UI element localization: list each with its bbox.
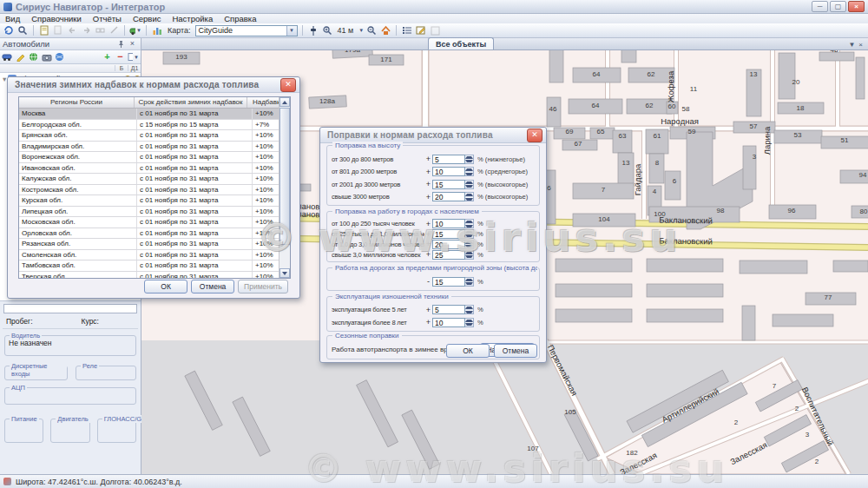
spinner-buttons[interactable] xyxy=(465,240,474,249)
correction-value-input[interactable]: 10 xyxy=(432,167,465,176)
spinner-buttons[interactable] xyxy=(465,305,474,314)
correction-value-input[interactable]: 15 xyxy=(432,229,465,239)
copy-icon[interactable] xyxy=(52,25,64,36)
spinner-buttons[interactable] xyxy=(465,277,474,287)
search-icon[interactable] xyxy=(16,25,29,36)
table-row[interactable]: Тверская обл.с 01 ноября по 31 марта+10% xyxy=(19,272,290,280)
table-row[interactable]: Смоленская обл.с 01 ноября по 31 марта+1… xyxy=(19,250,290,261)
correction-value-input[interactable]: 15 xyxy=(432,180,465,189)
spinner-buttons[interactable] xyxy=(465,180,474,189)
spin-down-icon[interactable] xyxy=(465,281,473,286)
table-row[interactable]: Орловская обл.с 01 ноября по 31 марта+10… xyxy=(19,228,290,240)
correction-value-input[interactable]: 25 xyxy=(432,250,465,260)
chain-icon[interactable] xyxy=(108,25,120,36)
world-icon[interactable] xyxy=(54,52,65,63)
list-view-icon[interactable] xyxy=(401,25,413,36)
scroll-up-icon[interactable] xyxy=(279,97,290,107)
table-scrollbar[interactable] xyxy=(279,97,290,278)
spin-down-icon[interactable] xyxy=(465,310,473,314)
column-regions[interactable]: Регионы России xyxy=(19,97,135,108)
table-row[interactable]: Владимирская обл.с 01 ноября по 31 марта… xyxy=(19,142,290,153)
table-row[interactable]: Липецкая обл.с 01 ноября по 31 марта+10% xyxy=(19,207,290,218)
globe-icon[interactable] xyxy=(28,52,39,63)
correction-value-input[interactable]: 10 xyxy=(432,318,465,327)
view-options-dropdown[interactable]: ▼ xyxy=(128,52,139,63)
map-scale-value[interactable]: 41 м xyxy=(338,26,354,35)
close-button[interactable]: × xyxy=(848,1,865,12)
tab-close-icon[interactable]: × xyxy=(858,41,863,49)
scroll-down-icon[interactable] xyxy=(279,268,290,278)
zoom-out-icon[interactable] xyxy=(365,25,378,36)
checkbox-icon[interactable] xyxy=(429,25,441,36)
chevron-down-icon[interactable]: ▼ xyxy=(286,26,297,36)
table-row[interactable]: Московская обл.с 01 ноября по 31 марта+1… xyxy=(19,217,290,228)
link-icon[interactable] xyxy=(94,25,106,36)
spinner-buttons[interactable] xyxy=(465,318,474,327)
apply-button[interactable]: Применить xyxy=(238,280,288,293)
details-input[interactable] xyxy=(3,304,137,313)
spinner-buttons[interactable] xyxy=(465,192,474,201)
add-vehicle-button[interactable]: + xyxy=(102,52,113,63)
menu-item-Справочники[interactable]: Справочники xyxy=(31,14,82,23)
map-select-combobox[interactable]: CityGuide ▼ xyxy=(195,25,298,36)
menu-item-Сервис[interactable]: Сервис xyxy=(133,14,161,23)
spinner-buttons[interactable] xyxy=(465,219,474,228)
table-row[interactable]: Рязанская обл.с 01 ноября по 31 марта+10… xyxy=(19,239,290,250)
chart-icon[interactable] xyxy=(151,25,163,36)
spin-down-icon[interactable] xyxy=(465,224,473,228)
correction-value-input[interactable]: 5 xyxy=(432,305,465,314)
correction-value-input[interactable]: 20 xyxy=(432,192,465,201)
list-column-Б[interactable]: Б xyxy=(115,65,128,71)
spin-down-icon[interactable] xyxy=(465,322,473,326)
winter-dialog-close-icon[interactable]: ✕ xyxy=(280,78,296,92)
tab-all-objects[interactable]: Все объекты xyxy=(428,37,494,49)
menu-item-Вид[interactable]: Вид xyxy=(5,14,20,23)
spin-down-icon[interactable] xyxy=(465,197,473,201)
list-column-Д1[interactable]: Д1 xyxy=(128,65,141,71)
column-period[interactable]: Срок действия зимних надбавок xyxy=(135,97,247,108)
undo-icon[interactable] xyxy=(66,25,78,36)
edit-doc-icon[interactable] xyxy=(38,25,50,36)
ok-button[interactable]: ОК xyxy=(144,280,187,293)
zoom-in-icon[interactable] xyxy=(321,25,333,36)
chevron-down-icon[interactable]: ▼ xyxy=(358,28,364,33)
menu-item-Отчёты[interactable]: Отчёты xyxy=(93,14,122,23)
table-row[interactable]: Москвас 01 ноября по 31 марта+10% xyxy=(19,109,290,120)
cancel-button[interactable]: Отмена xyxy=(494,344,537,358)
table-row[interactable]: Курская обл.с 01 ноября по 31 марта+10% xyxy=(19,195,290,207)
redo-icon[interactable] xyxy=(80,25,92,36)
menu-item-Настройка[interactable]: Настройка xyxy=(172,14,213,23)
pin-icon[interactable] xyxy=(115,39,127,49)
notes-icon[interactable] xyxy=(415,25,427,36)
corrections-dialog-close-icon[interactable]: ✕ xyxy=(527,129,542,142)
spin-down-icon[interactable] xyxy=(465,234,473,239)
edit-icon[interactable] xyxy=(15,52,26,63)
table-row[interactable]: Воронежская обл.с 01 ноября по 31 марта+… xyxy=(19,152,290,163)
correction-value-input[interactable]: 20 xyxy=(432,240,465,249)
close-panel-icon[interactable]: × xyxy=(127,39,138,49)
zoom-slider-icon[interactable] xyxy=(307,25,319,36)
home-view-icon[interactable] xyxy=(379,25,391,36)
spin-down-icon[interactable] xyxy=(465,244,473,248)
spin-down-icon[interactable] xyxy=(465,159,473,163)
camera-icon[interactable] xyxy=(41,52,52,63)
tab-list-dropdown-icon[interactable]: ▼ xyxy=(848,41,855,49)
table-row[interactable]: Брянская обл.с 01 ноября по 31 марта+10% xyxy=(19,130,290,142)
correction-value-input[interactable]: 15 xyxy=(432,277,465,287)
ok-button[interactable]: ОК xyxy=(446,344,490,358)
cancel-button[interactable]: Отмена xyxy=(191,280,234,293)
winter-dialog-titlebar[interactable]: Значения зимних надбавок к нормам расход… xyxy=(8,77,299,93)
vehicle-track-icon[interactable]: ▼ xyxy=(129,25,141,36)
spinner-buttons[interactable] xyxy=(465,167,474,176)
table-row[interactable]: Тамбовская обл.с 01 ноября по 31 марта+1… xyxy=(19,260,290,272)
spinner-buttons[interactable] xyxy=(465,155,474,164)
correction-value-input[interactable]: 5 xyxy=(432,155,465,164)
menu-item-Справка[interactable]: Справка xyxy=(224,14,256,23)
refresh-icon[interactable] xyxy=(3,25,15,36)
spinner-buttons[interactable] xyxy=(465,229,474,239)
remove-vehicle-button[interactable]: − xyxy=(115,52,126,63)
scrollbar-thumb[interactable] xyxy=(279,108,290,245)
spinner-buttons[interactable] xyxy=(465,250,474,260)
maximize-button[interactable]: ▢ xyxy=(830,1,846,12)
table-row[interactable]: Калужская обл.с 01 ноября по 31 марта+10… xyxy=(19,174,290,185)
